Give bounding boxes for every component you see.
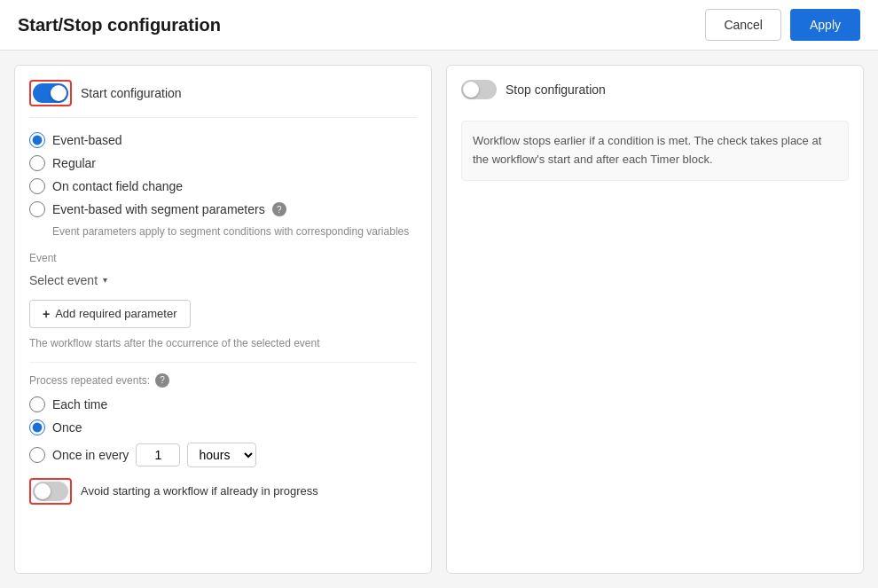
radio-item-once[interactable]: Once <box>29 419 417 435</box>
radio-label-event-segment: Event-based with segment parameters <box>52 202 265 216</box>
right-panel: Stop configuration Workflow stops earlie… <box>446 65 864 574</box>
avoid-row: Avoid starting a workflow if already in … <box>29 478 417 505</box>
avoid-toggle-wrapper[interactable] <box>29 478 72 505</box>
segment-help-text: Event parameters apply to segment condit… <box>52 224 417 239</box>
trigger-type-section: Event-based Regular On contact field cha… <box>29 132 417 239</box>
start-toggle-wrapper[interactable] <box>29 80 72 106</box>
radio-contact-field[interactable] <box>29 178 45 194</box>
select-event-text: Select event <box>29 273 98 287</box>
start-config-title: Start configuration <box>81 86 182 100</box>
once-in-every-row: Once in every hours days weeks <box>29 443 417 467</box>
start-toggle[interactable] <box>33 83 68 103</box>
radio-item-event-based[interactable]: Event-based <box>29 132 417 148</box>
process-repeated-text: Process repeated events: <box>29 374 150 387</box>
radio-label-contact-field: On contact field change <box>52 179 183 193</box>
radio-label-event-based: Event-based <box>52 133 122 147</box>
add-required-param-button[interactable]: + Add required parameter <box>29 300 191 328</box>
process-repeated-help-icon[interactable]: ? <box>155 373 169 388</box>
hours-select[interactable]: hours days weeks <box>187 443 256 467</box>
radio-once[interactable] <box>29 419 45 435</box>
radio-once-in-every[interactable] <box>29 447 45 463</box>
main-content: Start configuration Event-based Regular … <box>0 51 878 588</box>
event-section-label: Event <box>29 252 417 264</box>
stop-toggle[interactable] <box>461 80 497 99</box>
radio-label-regular: Regular <box>52 156 96 170</box>
radio-event-segment[interactable] <box>29 201 45 217</box>
avoid-toggle[interactable] <box>33 482 68 501</box>
radio-label-once-in-every: Once in every <box>52 448 129 462</box>
radio-item-contact-field[interactable]: On contact field change <box>29 178 417 194</box>
header: Start/Stop configuration Cancel Apply <box>0 0 878 51</box>
segment-help-icon[interactable]: ? <box>272 202 286 216</box>
stop-config-header: Stop configuration <box>461 80 849 110</box>
radio-item-regular[interactable]: Regular <box>29 155 417 171</box>
cancel-button[interactable]: Cancel <box>705 9 781 41</box>
stop-config-title: Stop configuration <box>506 82 606 97</box>
select-event-dropdown[interactable]: Select event ▾ <box>29 270 417 291</box>
radio-regular[interactable] <box>29 155 45 171</box>
apply-button[interactable]: Apply <box>790 9 860 41</box>
stop-config-description: Workflow stops earlier if a condition is… <box>461 121 849 181</box>
plus-icon: + <box>43 307 50 321</box>
header-buttons: Cancel Apply <box>705 9 860 41</box>
radio-label-each-time: Each time <box>52 397 107 412</box>
hours-input[interactable] <box>136 443 180 466</box>
radio-each-time[interactable] <box>29 396 45 412</box>
radio-item-each-time[interactable]: Each time <box>29 396 417 412</box>
radio-event-based[interactable] <box>29 132 45 148</box>
workflow-note: The workflow starts after the occurrence… <box>29 337 417 349</box>
start-config-header: Start configuration <box>29 80 417 118</box>
avoid-label: Avoid starting a workflow if already in … <box>81 484 318 498</box>
page-title: Start/Stop configuration <box>18 15 221 35</box>
process-repeated-label: Process repeated events: ? <box>29 373 417 388</box>
divider <box>29 362 417 363</box>
add-param-label: Add required parameter <box>55 307 176 320</box>
chevron-down-icon: ▾ <box>103 275 107 285</box>
left-panel: Start configuration Event-based Regular … <box>14 65 432 574</box>
radio-item-event-segment[interactable]: Event-based with segment parameters ? <box>29 201 417 217</box>
radio-label-once: Once <box>52 420 82 435</box>
